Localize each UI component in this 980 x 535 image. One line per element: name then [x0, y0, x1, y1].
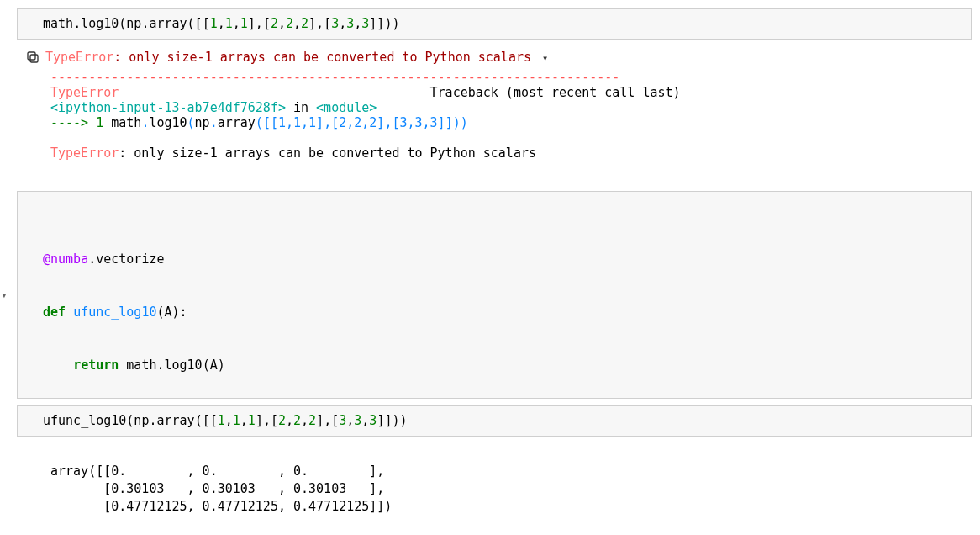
copy-icon[interactable]: [25, 50, 40, 65]
code-line: @numba.vectorize: [43, 251, 964, 268]
traceback-call: math.log10(np.array([[1,1,1],[2,2,2],[3,…: [111, 115, 467, 130]
traceback-call-line: ----> 1 math.log10(np.array([[1,1,1],[2,…: [17, 115, 972, 130]
code-cell-2[interactable]: ▾ @numba.vectorize def ufunc_log10(A): r…: [17, 191, 972, 399]
final-error-name: TypeError: [50, 146, 119, 161]
traceback-spacer: [119, 85, 429, 100]
in-text: in: [286, 100, 316, 115]
code-cell-3[interactable]: ufunc_log10(np.array([[1,1,1],[2,2,2],[3…: [17, 405, 972, 437]
code-line: return math.log10(A): [43, 357, 964, 374]
traceback-blank: [17, 130, 972, 146]
output-line: [0.30103 , 0.30103 , 0.30103 ],: [50, 481, 384, 496]
svg-rect-1: [28, 52, 35, 60]
traceback-header: TypeError Traceback (most recent call la…: [17, 85, 972, 100]
code-line: def ufunc_log10(A):: [43, 304, 964, 321]
svg-rect-0: [30, 55, 38, 62]
module-text: <module>: [316, 100, 377, 115]
traceback-input-ref: <ipython-input-13-ab7e4df7628f> in <modu…: [17, 100, 972, 115]
output-line: array([[0. , 0. , 0. ],: [50, 463, 384, 479]
final-error-msg: : only size-1 arrays can be converted to…: [119, 146, 536, 161]
traceback-divider: ----------------------------------------…: [17, 70, 972, 85]
output-line: [0.47712125, 0.47712125, 0.47712125]]): [50, 499, 392, 514]
error-summary[interactable]: TypeError: only size-1 arrays can be con…: [17, 46, 972, 68]
expand-arrow-icon[interactable]: ▾: [1, 287, 8, 302]
error-type-name: TypeError: [45, 50, 113, 65]
error-message: : only size-1 arrays can be converted to…: [113, 50, 531, 65]
chevron-down-icon[interactable]: ▾: [542, 52, 548, 64]
output-cell-3: array([[0. , 0. , 0. ], [0.30103 , 0.301…: [17, 443, 972, 517]
input-ref: <ipython-input-13-ab7e4df7628f>: [50, 100, 286, 115]
traceback-label: Traceback (most recent call last): [430, 85, 681, 100]
traceback-arrow: ----> 1: [50, 115, 111, 130]
traceback-final: TypeError: only size-1 arrays can be con…: [17, 146, 972, 161]
traceback-error-name: TypeError: [50, 85, 119, 100]
code-cell-1[interactable]: math.log10(np.array([[1,1,1],[2,2,2],[3,…: [17, 8, 972, 40]
